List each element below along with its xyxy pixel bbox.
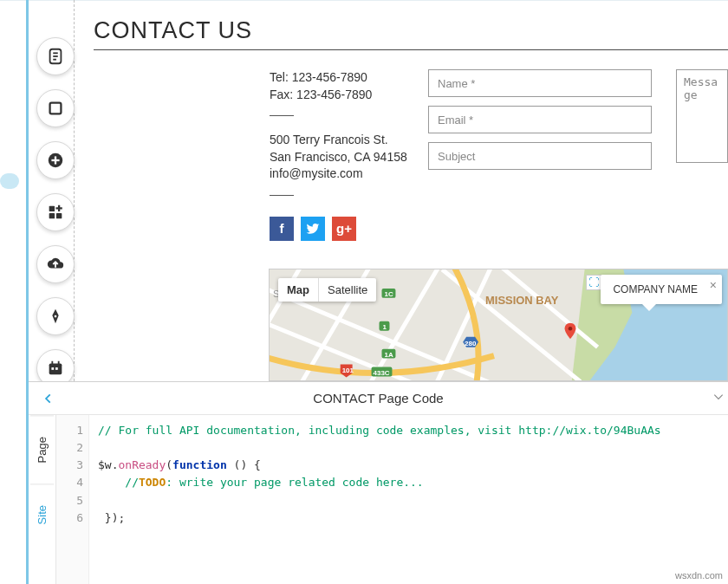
svg-point-37 <box>569 327 573 331</box>
message-col <box>676 69 728 241</box>
page-canvas: CONTACT US Tel: 123-456-7890 Fax: 123-45… <box>94 17 728 241</box>
editor-toolbar <box>36 37 75 379</box>
svg-point-11 <box>55 315 57 318</box>
map-mode-map[interactable]: Map <box>278 278 318 302</box>
google-plus-icon[interactable]: g+ <box>332 217 356 241</box>
fax-text: Fax: 123-456-7890 <box>270 87 411 104</box>
code-tok: : write your page related code here... <box>166 476 423 489</box>
divider <box>270 115 294 116</box>
close-icon[interactable]: × <box>710 278 717 292</box>
cloud-upload-icon <box>46 255 65 274</box>
email-field[interactable] <box>428 106 652 133</box>
svg-rect-15 <box>51 367 54 370</box>
code-tok: onReady <box>118 458 166 471</box>
title-rule <box>94 49 728 50</box>
chevron-left-icon <box>42 393 55 405</box>
svg-rect-16 <box>55 367 58 370</box>
code-line-1: // For full API documentation, including… <box>98 424 661 437</box>
svg-text:1C: 1C <box>384 290 393 298</box>
background-button[interactable] <box>36 89 75 127</box>
svg-rect-8 <box>49 206 55 211</box>
twitter-bird-icon <box>306 222 320 236</box>
subject-field[interactable] <box>428 142 652 170</box>
tab-page[interactable]: Page <box>30 415 54 483</box>
code-tok: TODO <box>139 476 166 489</box>
contact-form <box>428 69 652 241</box>
code-tok: }); <box>98 511 125 524</box>
svg-text:101: 101 <box>342 367 354 374</box>
watermark: wsxdn.com <box>675 570 723 581</box>
name-field[interactable] <box>428 69 652 97</box>
map-mode-toggle[interactable]: Map Satellite <box>278 278 376 302</box>
pages-button[interactable] <box>36 37 75 75</box>
code-title: CONTACT Page Code <box>313 391 443 406</box>
code-tok: function <box>172 458 227 471</box>
address-line1: 500 Terry Francois St. <box>270 132 411 149</box>
svg-rect-10 <box>49 213 55 218</box>
email-text: info@mysite.com <box>270 165 411 183</box>
code-tok: $w <box>98 458 112 471</box>
square-icon <box>46 99 65 118</box>
chevrons-icon <box>712 391 725 403</box>
contact-section: Tel: 123-456-7890 Fax: 123-456-7890 500 … <box>270 69 728 241</box>
code-panel: CONTACT Page Code Page Site 123456 // Fo… <box>29 381 728 584</box>
apps-button[interactable] <box>36 193 75 231</box>
facebook-icon[interactable]: f <box>270 217 294 241</box>
social-row: f g+ <box>270 217 411 241</box>
collapse-button[interactable] <box>712 391 725 406</box>
map-info-window: COMPANY NAME × <box>601 275 722 304</box>
map-info-title: COMPANY NAME <box>613 283 698 295</box>
twitter-icon[interactable] <box>301 217 325 241</box>
code-tok: ( <box>166 458 172 471</box>
top-hairline <box>0 0 728 1</box>
fb-glyph: f <box>280 219 284 237</box>
page-title: CONTACT US <box>94 17 728 44</box>
blog-button[interactable] <box>36 297 75 335</box>
back-button[interactable] <box>39 386 58 412</box>
scroll-indicator <box>0 173 19 189</box>
code-body: Page Site 123456 // For full API documen… <box>29 415 728 584</box>
divider <box>270 195 294 196</box>
code-editor[interactable]: // For full API documentation, including… <box>89 415 728 584</box>
svg-text:433C: 433C <box>374 369 390 377</box>
svg-text:1A: 1A <box>384 351 393 359</box>
gp-glyph: g+ <box>336 219 352 237</box>
map-fullscreen-icon[interactable]: ⛶ <box>586 275 601 290</box>
tel-text: Tel: 123-456-7890 <box>270 69 411 87</box>
message-field[interactable] <box>676 69 728 163</box>
apps-icon <box>46 203 65 222</box>
uploads-button[interactable] <box>36 245 75 283</box>
svg-text:1: 1 <box>382 323 387 331</box>
map-mode-satellite[interactable]: Satellite <box>318 278 376 302</box>
map[interactable]: MISSION BAY San Francisco 1C 1 1A 433C 2… <box>269 269 728 381</box>
code-tok: () { <box>227 458 261 471</box>
page-icon <box>46 47 65 66</box>
pen-nib-icon <box>46 307 65 326</box>
code-header: CONTACT Page Code <box>29 382 728 415</box>
svg-rect-4 <box>50 103 62 114</box>
code-side-tabs: Page Site <box>29 415 56 584</box>
map-label-neighborhood: MISSION BAY <box>485 294 559 307</box>
svg-rect-9 <box>56 213 62 218</box>
add-button[interactable] <box>36 141 75 179</box>
code-tok: // <box>125 476 139 489</box>
contact-info: Tel: 123-456-7890 Fax: 123-456-7890 500 … <box>270 69 411 241</box>
tab-site[interactable]: Site <box>30 483 54 545</box>
address-line2: San Francisco, CA 94158 <box>270 149 411 166</box>
code-tok <box>98 476 125 489</box>
plus-circle-icon <box>46 151 65 170</box>
calendar-icon <box>46 359 65 378</box>
line-gutter: 123456 <box>56 415 89 584</box>
svg-text:280: 280 <box>465 340 477 347</box>
map-marker-icon <box>561 321 580 341</box>
